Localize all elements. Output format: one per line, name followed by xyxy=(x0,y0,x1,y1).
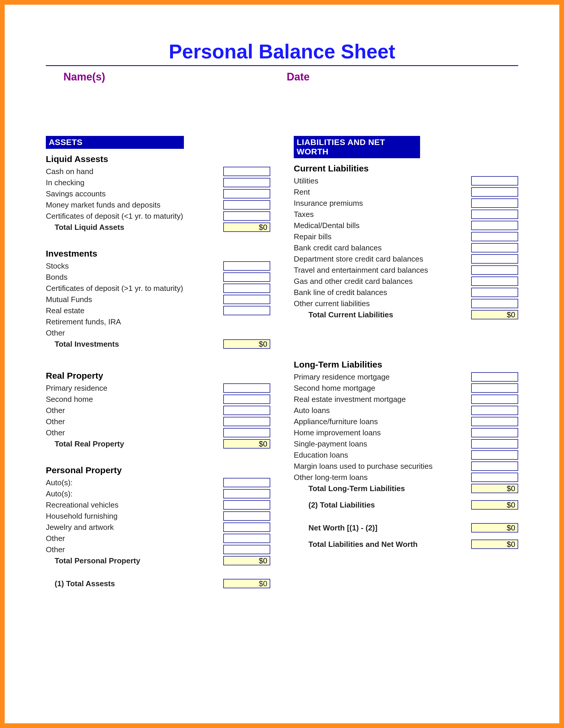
liquid-asset-input-cell[interactable] xyxy=(223,200,270,210)
longterm-liability-input-cell[interactable] xyxy=(471,406,518,415)
investment-row: Certificates of deposit (>1 yr. to matur… xyxy=(46,283,270,294)
personal-property-row: Jewelry and artwork xyxy=(46,522,270,533)
personal-property-input-cell[interactable] xyxy=(223,478,270,487)
total-liab-networth-value: $0 xyxy=(471,540,518,549)
liquid-asset-row: Money market funds and deposits xyxy=(46,199,270,210)
longterm-liability-input-cell[interactable] xyxy=(471,439,518,449)
current-liability-input-cell[interactable] xyxy=(471,176,518,186)
total-liquid-label: Total Liquid Assets xyxy=(46,223,193,232)
personal-property-input-cell[interactable] xyxy=(223,523,270,532)
investment-input-cell[interactable] xyxy=(223,261,270,271)
current-liability-input-cell[interactable] xyxy=(471,243,518,252)
longterm-liability-input-cell[interactable] xyxy=(471,473,518,482)
investment-input-cell[interactable] xyxy=(223,284,270,293)
personal-property-label: Jewelry and artwork xyxy=(46,523,193,532)
liquid-asset-input-cell[interactable] xyxy=(223,167,270,176)
longterm-liability-input-cell[interactable] xyxy=(471,417,518,426)
investment-row: Mutual Funds xyxy=(46,294,270,305)
liquid-asset-input-cell[interactable] xyxy=(223,189,270,198)
current-liability-input-cell[interactable] xyxy=(471,299,518,308)
real-property-input-cell[interactable] xyxy=(223,395,270,404)
personal-property-row: Recreational vehicles xyxy=(46,499,270,510)
total-personal-property-row: Total Personal Property $0 xyxy=(46,555,270,566)
longterm-liability-input-cell[interactable] xyxy=(471,372,518,382)
current-liability-label: Rent xyxy=(294,188,434,197)
personal-property-input-cell[interactable] xyxy=(223,500,270,510)
investment-input-cell[interactable] xyxy=(223,295,270,304)
total-assets-value: $0 xyxy=(223,579,270,588)
total-investments-label: Total Investments xyxy=(46,340,193,349)
current-liability-input-cell[interactable] xyxy=(471,187,518,197)
real-property-row: Second home xyxy=(46,394,270,405)
current-liability-input-cell[interactable] xyxy=(471,265,518,275)
liquid-asset-input-cell[interactable] xyxy=(223,178,270,187)
real-property-input-cell[interactable] xyxy=(223,428,270,437)
current-liability-row: Other current liabilities xyxy=(294,298,518,309)
current-liability-label: Travel and entertainment card balances xyxy=(294,266,434,275)
personal-property-label: Other xyxy=(46,545,193,554)
longterm-liability-row: Real estate investment mortgage xyxy=(294,394,518,405)
longterm-liability-row: Margin loans used to purchase securities xyxy=(294,461,518,472)
real-property-row: Primary residence xyxy=(46,382,270,394)
real-property-input-cell[interactable] xyxy=(223,417,270,426)
real-property-row: Other xyxy=(46,416,270,427)
investment-input-cell xyxy=(223,317,270,326)
longterm-liability-row: Other long-term loans xyxy=(294,472,518,483)
real-property-label: Other xyxy=(46,428,193,437)
longterm-liability-input-cell[interactable] xyxy=(471,450,518,460)
real-property-row: Other xyxy=(46,427,270,438)
current-liability-input-cell[interactable] xyxy=(471,210,518,219)
personal-property-row: Household furnishing xyxy=(46,510,270,522)
title-divider xyxy=(46,65,518,66)
investment-input-cell[interactable] xyxy=(223,272,270,282)
personal-property-input-cell[interactable] xyxy=(223,511,270,521)
liquid-asset-row: In checking xyxy=(46,177,270,188)
total-current-liabilities-label: Total Current Liabilities xyxy=(294,310,434,319)
personal-property-input-cell[interactable] xyxy=(223,534,270,543)
current-liability-row: Travel and entertainment card balances xyxy=(294,264,518,276)
longterm-liability-input-cell[interactable] xyxy=(471,395,518,404)
current-liability-input-cell[interactable] xyxy=(471,288,518,297)
personal-property-input-cell[interactable] xyxy=(223,489,270,498)
real-property-label: Other xyxy=(46,406,193,415)
total-current-liabilities-value: $0 xyxy=(471,310,518,319)
personal-property-label: Household furnishing xyxy=(46,512,193,521)
longterm-liability-label: Other long-term loans xyxy=(294,473,434,482)
longterm-liability-input-cell[interactable] xyxy=(471,428,518,437)
current-liability-input-cell[interactable] xyxy=(471,254,518,264)
personal-property-head: Personal Property xyxy=(46,465,270,475)
total-liab-networth-row: Total Liabilities and Net Worth $0 xyxy=(294,539,518,550)
total-liquid-assets-row: Total Liquid Assets $0 xyxy=(46,222,270,233)
current-liability-input-cell[interactable] xyxy=(471,221,518,230)
longterm-liability-row: Appliance/furniture loans xyxy=(294,416,518,427)
longterm-liability-input-cell[interactable] xyxy=(471,461,518,471)
current-liability-row: Department store credit card balances xyxy=(294,253,518,264)
real-property-input-cell[interactable] xyxy=(223,383,270,393)
investment-label: Real estate xyxy=(46,306,193,315)
current-liability-input-cell[interactable] xyxy=(471,232,518,241)
investment-input-cell[interactable] xyxy=(223,306,270,315)
current-liability-label: Repair bills xyxy=(294,232,434,241)
current-liability-row: Insurance premiums xyxy=(294,198,518,209)
current-liability-row: Taxes xyxy=(294,209,518,220)
real-property-input-cell[interactable] xyxy=(223,406,270,415)
liquid-asset-input-cell[interactable] xyxy=(223,211,270,221)
personal-property-label: Auto(s): xyxy=(46,489,193,498)
liquid-asset-label: Certificates of deposit (<1 yr. to matur… xyxy=(46,212,193,221)
personal-property-label: Recreational vehicles xyxy=(46,501,193,510)
total-real-property-label: Total Real Property xyxy=(46,439,193,449)
current-liability-input-cell[interactable] xyxy=(471,277,518,286)
real-property-label: Second home xyxy=(46,395,193,404)
longterm-liabilities-head: Long-Term Liabilities xyxy=(294,360,518,370)
investment-label: Other xyxy=(46,328,193,338)
net-worth-row: Net Worth [(1) - (2)] $0 xyxy=(294,522,518,533)
current-liability-input-cell[interactable] xyxy=(471,198,518,208)
real-property-head: Real Property xyxy=(46,371,270,381)
investment-label: Bonds xyxy=(46,273,193,282)
real-property-label: Other xyxy=(46,417,193,426)
longterm-liability-input-cell[interactable] xyxy=(471,383,518,393)
document-frame: Personal Balance Sheet Name(s) Date ASSE… xyxy=(0,0,564,728)
current-liability-label: Utilities xyxy=(294,176,434,186)
personal-property-input-cell[interactable] xyxy=(223,545,270,554)
current-liability-label: Department store credit card balances xyxy=(294,255,434,264)
